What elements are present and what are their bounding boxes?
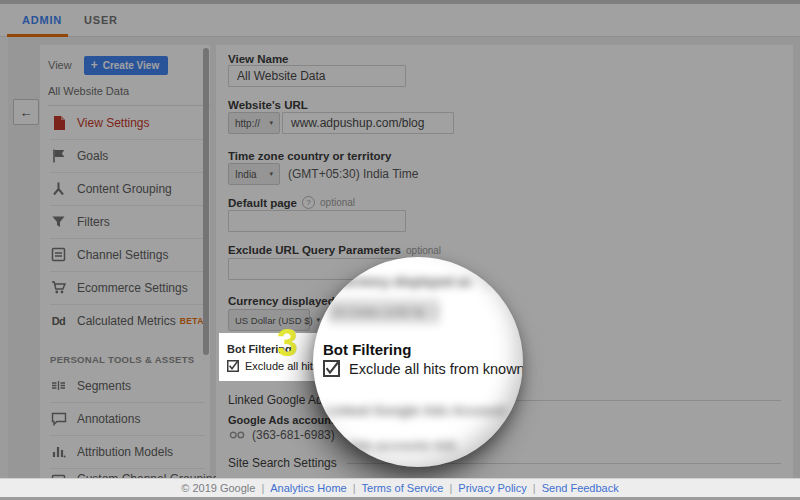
step-number-3: 3 [277,324,298,362]
chevron-down-icon: ▾ [434,308,438,316]
magnified-checkbox-row[interactable]: Exclude all hits from known bot [323,360,523,377]
magnified-accounts-blurred: Ads accounts link [349,439,456,453]
magnifier-circle: Currency displayed as ? US Dollar (USD $… [313,257,523,467]
magnified-currency-select-blurred: US Dollar (USD $) ▾ [328,299,440,324]
magnified-currency-label-blurred: Currency displayed as ? [333,274,493,289]
footer-link-feedback[interactable]: Send Feedback [542,482,619,494]
bot-filtering-checkbox-row[interactable]: Exclude all hits f [227,360,324,372]
bot-filtering-spotlight: Bot Filtering Exclude all hits f [219,333,319,381]
footer-separator: | [533,482,536,494]
footer-link-terms[interactable]: Terms of Service [362,482,444,494]
checked-checkbox-icon[interactable] [323,360,340,377]
checkbox-label: Exclude all hits from known bot [349,361,523,377]
footer-separator: | [353,482,356,494]
magnified-linked-ads-blurred: Linked Google Ads Account [326,403,506,418]
ga-admin-screen: ADMIN USER ← View + Create View All Webs… [0,0,800,500]
magnified-bot-filtering-title: Bot Filtering [323,341,411,358]
footer-separator: | [449,482,452,494]
footer-link-analytics-home[interactable]: Analytics Home [270,482,346,494]
copyright-text: © 2019 Google [181,482,255,494]
footer-link-privacy[interactable]: Privacy Policy [458,482,526,494]
footer: © 2019 Google | Analytics Home | Terms o… [0,478,800,497]
footer-separator: | [261,482,264,494]
checked-checkbox-icon[interactable] [227,360,239,372]
